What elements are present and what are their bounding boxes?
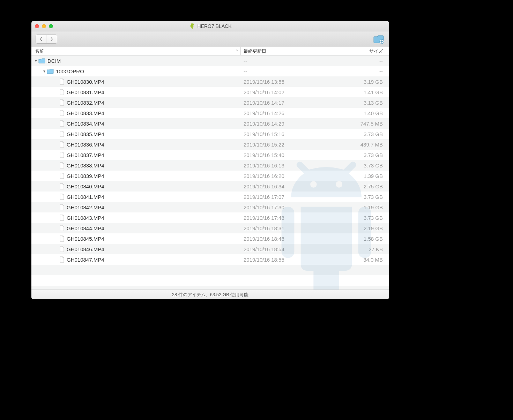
file-row[interactable]: GH010840.MP42019/10/16 16:342.75 GB bbox=[31, 181, 389, 192]
empty-row bbox=[31, 265, 389, 275]
file-row[interactable]: GH010846.MP42019/10/16 18:5427 KB bbox=[31, 244, 389, 254]
file-row[interactable]: GH010830.MP42019/10/16 13:553.19 GB bbox=[31, 76, 389, 87]
row-date: 2019/10/16 14:17 bbox=[241, 100, 335, 106]
file-icon bbox=[59, 110, 65, 116]
file-icon bbox=[59, 99, 65, 106]
file-row[interactable]: GH010845.MP42019/10/16 18:461.58 GB bbox=[31, 233, 389, 244]
zoom-button[interactable] bbox=[49, 24, 53, 28]
file-row[interactable]: GH010832.MP42019/10/16 14:173.13 GB bbox=[31, 97, 389, 108]
row-name: DCIM bbox=[47, 58, 61, 64]
row-date: 2019/10/16 17:07 bbox=[241, 194, 335, 200]
file-row[interactable]: GH010838.MP42019/10/16 16:133.73 GB bbox=[31, 160, 389, 171]
row-date: 2019/10/16 18:54 bbox=[241, 246, 335, 252]
row-size: 3.73 GB bbox=[335, 163, 389, 168]
row-name: GH010847.MP4 bbox=[67, 257, 104, 263]
row-size: 439.7 MB bbox=[335, 142, 389, 148]
forward-button[interactable] bbox=[46, 35, 57, 43]
file-icon bbox=[59, 131, 65, 137]
row-date: 2019/10/16 18:46 bbox=[241, 236, 335, 242]
file-row[interactable]: GH010843.MP42019/10/16 17:483.73 GB bbox=[31, 212, 389, 223]
toolbar bbox=[31, 31, 389, 47]
file-row[interactable]: GH010834.MP42019/10/16 14:29747.5 MB bbox=[31, 118, 389, 129]
file-icon bbox=[59, 152, 65, 158]
row-date: 2019/10/16 16:20 bbox=[241, 173, 335, 179]
header-name[interactable]: 名前 ⌃ bbox=[31, 47, 241, 55]
row-name: GH010839.MP4 bbox=[67, 173, 104, 179]
traffic-lights bbox=[35, 24, 53, 28]
empty-row bbox=[31, 275, 389, 286]
row-name: GH010832.MP4 bbox=[67, 100, 104, 106]
file-row[interactable]: GH010836.MP42019/10/16 15:22439.7 MB bbox=[31, 139, 389, 150]
row-size: 1.39 GB bbox=[335, 173, 389, 179]
file-row[interactable]: GH010835.MP42019/10/16 15:163.73 GB bbox=[31, 129, 389, 139]
header-name-label: 名前 bbox=[35, 48, 44, 54]
file-icon bbox=[59, 235, 65, 242]
folder-icon bbox=[38, 58, 45, 63]
file-icon bbox=[59, 204, 65, 210]
disclosure-triangle-icon[interactable]: ▼ bbox=[34, 59, 38, 63]
window: HERO7 BLACK 名前 ⌃ 最終更新日 サイ bbox=[31, 21, 389, 299]
row-size: 3.73 GB bbox=[335, 194, 389, 200]
file-row[interactable]: GH010833.MP42019/10/16 14:261.40 GB bbox=[31, 108, 389, 118]
status-text: 28 件のアイテム、63.52 GB 使用可能 bbox=[172, 292, 249, 298]
row-size: 3.13 GB bbox=[335, 100, 389, 106]
titlebar: HERO7 BLACK bbox=[31, 21, 389, 31]
row-date: 2019/10/16 17:48 bbox=[241, 215, 335, 221]
back-button[interactable] bbox=[36, 35, 46, 43]
folder-icon bbox=[47, 68, 54, 74]
row-size: -- bbox=[335, 58, 389, 64]
row-size: 1.58 GB bbox=[335, 236, 389, 242]
file-icon bbox=[59, 225, 65, 231]
row-date: 2019/10/16 15:40 bbox=[241, 152, 335, 158]
header-date-label: 最終更新日 bbox=[244, 48, 266, 54]
row-name: GH010830.MP4 bbox=[67, 79, 104, 85]
file-row[interactable]: GH010841.MP42019/10/16 17:073.73 GB bbox=[31, 192, 389, 202]
file-icon bbox=[59, 246, 65, 252]
row-name: GH010840.MP4 bbox=[67, 183, 104, 189]
file-row[interactable]: GH010831.MP42019/10/16 14:021.41 GB bbox=[31, 87, 389, 97]
row-size: 1.40 GB bbox=[335, 110, 389, 116]
empty-row bbox=[31, 286, 389, 290]
header-date[interactable]: 最終更新日 bbox=[241, 47, 335, 55]
file-list[interactable]: ▼DCIM----▼100GOPRO----GH010830.MP42019/1… bbox=[31, 55, 389, 290]
file-icon bbox=[59, 141, 65, 148]
row-name: GH010834.MP4 bbox=[67, 121, 104, 127]
new-folder-button[interactable] bbox=[372, 34, 385, 44]
file-row[interactable]: GH010837.MP42019/10/16 15:403.73 GB bbox=[31, 150, 389, 160]
row-date: 2019/10/16 14:29 bbox=[241, 121, 335, 127]
row-name: GH010844.MP4 bbox=[67, 225, 104, 231]
row-size: 2.19 GB bbox=[335, 225, 389, 231]
row-size: 3.73 GB bbox=[335, 131, 389, 137]
row-name: GH010838.MP4 bbox=[67, 163, 104, 168]
row-name: GH010831.MP4 bbox=[67, 89, 104, 95]
row-size: 34.0 MB bbox=[335, 257, 389, 263]
disclosure-triangle-icon[interactable]: ▼ bbox=[42, 69, 47, 73]
close-button[interactable] bbox=[35, 24, 39, 28]
row-name: GH010845.MP4 bbox=[67, 236, 104, 242]
folder-row[interactable]: ▼100GOPRO---- bbox=[31, 66, 389, 76]
row-name: GH010835.MP4 bbox=[67, 131, 104, 137]
row-name: GH010836.MP4 bbox=[67, 142, 104, 148]
row-date: 2019/10/16 16:34 bbox=[241, 183, 335, 189]
file-icon bbox=[59, 78, 65, 85]
row-size: 1.19 GB bbox=[335, 204, 389, 210]
row-date: 2019/10/16 17:30 bbox=[241, 204, 335, 210]
file-row[interactable]: GH010842.MP42019/10/16 17:301.19 GB bbox=[31, 202, 389, 212]
row-name: GH010842.MP4 bbox=[67, 204, 104, 210]
row-date: 2019/10/16 13:55 bbox=[241, 79, 335, 85]
header-size[interactable]: サイズ bbox=[335, 47, 389, 55]
row-size: -- bbox=[335, 68, 389, 74]
row-size: 3.73 GB bbox=[335, 152, 389, 158]
row-date: 2019/10/16 15:16 bbox=[241, 131, 335, 137]
row-size: 3.73 GB bbox=[335, 215, 389, 221]
folder-row[interactable]: ▼DCIM---- bbox=[31, 55, 389, 66]
file-row[interactable]: GH010844.MP42019/10/16 18:312.19 GB bbox=[31, 223, 389, 233]
row-name: GH010846.MP4 bbox=[67, 246, 104, 252]
header-size-label: サイズ bbox=[369, 48, 383, 54]
file-row[interactable]: GH010839.MP42019/10/16 16:201.39 GB bbox=[31, 171, 389, 181]
row-date: 2019/10/16 15:22 bbox=[241, 142, 335, 148]
row-size: 27 KB bbox=[335, 246, 389, 252]
file-row[interactable]: GH010847.MP42019/10/16 18:5534.0 MB bbox=[31, 254, 389, 265]
minimize-button[interactable] bbox=[42, 24, 46, 28]
row-date: -- bbox=[241, 68, 335, 74]
